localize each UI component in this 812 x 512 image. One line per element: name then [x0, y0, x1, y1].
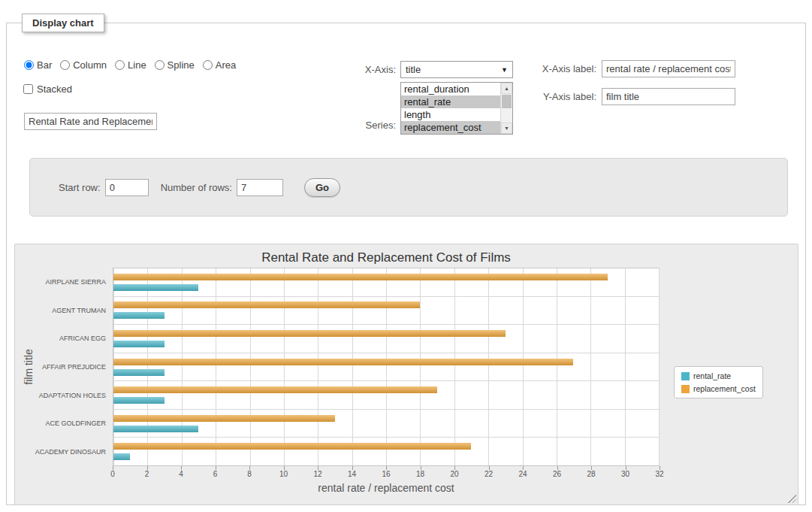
series-select-row: Series: rental_durationrental_ratelength… [330, 82, 513, 135]
num-rows-label: Number of rows: [161, 182, 232, 193]
x-tick-label: 22 [484, 470, 493, 478]
chart-type-label: Column [73, 59, 107, 71]
chart-type-label: Line [128, 59, 146, 71]
stacked-label: Stacked [37, 83, 72, 95]
num-rows-input[interactable] [237, 179, 283, 196]
bar-rental_rate [113, 341, 165, 347]
category-row [113, 324, 659, 353]
bar-rental_rate [113, 453, 130, 460]
chart-type-radio-bar[interactable] [24, 60, 34, 70]
plot-area [113, 268, 660, 466]
chart-container: Rental Rate and Replacement Cost of Film… [14, 244, 798, 505]
go-button[interactable]: Go [304, 178, 340, 197]
x-tick-label: 8 [247, 470, 252, 478]
x-axis-label-row: X-Axis label: [495, 60, 735, 77]
x-axis-select-label: X-Axis: [330, 64, 396, 75]
stacked-option[interactable]: Stacked [23, 83, 72, 95]
chart-type-option-bar[interactable]: Bar [24, 59, 52, 71]
x-tick-label: 12 [313, 470, 321, 478]
start-row-label: Start row: [59, 182, 101, 193]
chart-type-option-spline[interactable]: Spline [155, 59, 195, 71]
series-option-length[interactable]: length [401, 108, 500, 121]
bar-replacement_cost [113, 301, 420, 308]
chart-type-radio-column[interactable] [60, 60, 70, 70]
x-tick-label: 4 [179, 470, 183, 478]
series-option-rental_duration[interactable]: rental_duration [401, 83, 500, 95]
start-row-input[interactable] [105, 179, 149, 196]
x-tick-label: 28 [587, 470, 595, 478]
bar-rental_rate [113, 397, 165, 404]
chart-type-label: Area [216, 59, 236, 71]
x-tick-label: 0 [110, 470, 115, 478]
category-label: AIRPLANE SIERRA [15, 268, 110, 296]
y-axis-category-labels: AIRPLANE SIERRAAGENT TRUMANAFRICAN EGGAF… [15, 268, 110, 466]
x-tick-label: 10 [279, 470, 288, 478]
x-tick-label: 26 [553, 470, 561, 478]
category-row [113, 296, 659, 325]
chart-type-radio-spline[interactable] [155, 60, 165, 70]
category-row [113, 437, 659, 465]
series-option-replacement_cost[interactable]: replacement_cost [401, 121, 500, 134]
x-tick-label: 6 [213, 470, 218, 478]
category-row [113, 353, 659, 381]
scroll-down-icon[interactable]: ▼ [501, 123, 512, 134]
bar-rental_rate [113, 284, 198, 291]
series-option-rental_rate[interactable]: rental_rate [401, 95, 500, 108]
series-label: Series: [330, 120, 396, 135]
legend-label: replacement_cost [693, 384, 756, 393]
bar-replacement_cost [113, 415, 335, 422]
chart-type-label: Bar [37, 59, 52, 71]
chart-title-input[interactable] [24, 113, 157, 130]
category-label: AGENT TRUMAN [15, 296, 110, 325]
gridline [659, 268, 660, 465]
category-label: AFRICAN EGG [15, 324, 110, 353]
chart-title: Rental Rate and Replacement Cost of Film… [113, 250, 660, 265]
category-label: ADAPTATION HOLES [15, 381, 110, 410]
category-row [113, 409, 659, 438]
bar-rental_rate [113, 426, 198, 432]
y-axis-label-label: Y-Axis label: [495, 91, 596, 102]
chart-type-radio-group: BarColumnLineSplineArea [24, 59, 244, 71]
x-axis-tick-labels: 02468101214161820222426283032 [113, 470, 660, 480]
category-row [113, 268, 659, 296]
series-options: rental_durationrental_ratelengthreplacem… [401, 83, 500, 134]
x-tick-label: 30 [621, 470, 629, 478]
row-range-form: Start row: Number of rows: Go [29, 158, 788, 217]
x-tick-label: 32 [655, 470, 663, 478]
x-axis-label-input[interactable] [602, 60, 735, 77]
x-axis-label-label: X-Axis label: [495, 63, 596, 74]
display-chart-panel: Display chart BarColumnLineSplineArea St… [6, 14, 806, 505]
x-tick-label: 24 [518, 470, 527, 478]
bar-replacement_cost [113, 386, 437, 393]
legend-item-replacement_cost[interactable]: replacement_cost [681, 384, 756, 393]
bar-replacement_cost [113, 359, 573, 365]
chart-legend: rental_ratereplacement_cost [674, 366, 763, 398]
category-label: ACADEMY DINOSAUR [15, 438, 110, 466]
scrollbar-track[interactable] [501, 108, 512, 123]
legend-item-rental_rate[interactable]: rental_rate [681, 371, 756, 380]
y-axis-label-row: Y-Axis label: [495, 88, 735, 105]
bar-replacement_cost [113, 443, 471, 450]
chart-type-option-column[interactable]: Column [60, 59, 107, 71]
x-tick-label: 16 [382, 470, 390, 478]
legend-swatch-icon [681, 372, 690, 380]
x-axis-selected-value: title [406, 64, 421, 75]
x-axis-select-row: X-Axis: title ▼ [330, 61, 513, 78]
x-tick-label: 2 [145, 470, 149, 478]
category-label: ACE GOLDFINGER [15, 410, 110, 438]
category-label: AFFAIR PREJUDICE [15, 353, 110, 381]
chart-type-radio-area[interactable] [203, 60, 213, 70]
chart-type-label: Spline [168, 59, 195, 71]
category-row [113, 380, 659, 409]
resize-grip-icon[interactable] [787, 494, 796, 503]
x-axis-title: rental rate / replacement cost [113, 482, 660, 494]
y-axis-label-input[interactable] [602, 88, 735, 105]
bar-replacement_cost [113, 330, 506, 337]
chart-type-option-line[interactable]: Line [115, 59, 146, 71]
bar-rental_rate [113, 312, 165, 319]
chart-type-option-area[interactable]: Area [203, 59, 236, 71]
legend-swatch-icon [681, 385, 690, 393]
chart-type-radio-line[interactable] [115, 60, 125, 70]
x-tick-label: 20 [450, 470, 458, 478]
stacked-checkbox[interactable] [23, 84, 33, 94]
